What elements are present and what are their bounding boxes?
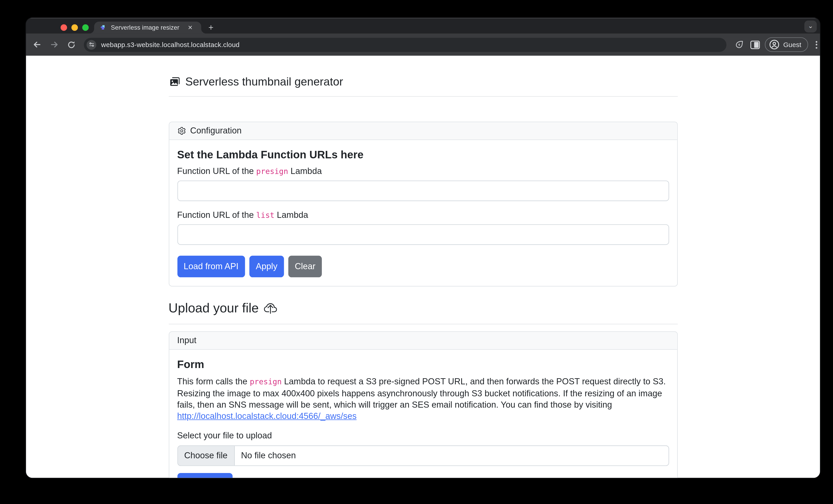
choose-file-button[interactable]: Choose file <box>178 446 235 465</box>
reload-button[interactable] <box>65 38 78 51</box>
side-panel-button[interactable] <box>748 38 761 51</box>
upload-divider <box>168 324 677 324</box>
file-select-label: Select your file to upload <box>177 431 669 440</box>
list-code: list <box>256 211 275 220</box>
clear-button[interactable]: Clear <box>288 256 322 277</box>
reload-icon <box>67 40 76 49</box>
upload-section-heading: Upload your file <box>168 301 677 316</box>
browser-toolbar: webapp.s3-website.localhost.localstack.c… <box>26 33 820 56</box>
new-tab-button[interactable]: + <box>206 22 216 33</box>
tune-icon <box>89 42 94 48</box>
list-url-label: Function URL of the list Lambda <box>177 210 669 220</box>
forward-arrow-icon <box>50 40 59 49</box>
upload-button[interactable]: Upload <box>177 473 233 478</box>
ses-link[interactable]: http://localhost.localstack.cloud:4566/_… <box>177 411 357 421</box>
lambda-urls-heading: Set the Lambda Function URLs here <box>177 149 669 161</box>
profile-label: Guest <box>783 41 801 48</box>
back-arrow-icon <box>32 40 42 49</box>
page-title: Serverless thumbnail generator <box>168 75 677 88</box>
cloud-upload-outline-icon <box>264 302 277 314</box>
file-status-text: No file chosen <box>235 446 303 465</box>
energy-saver-leaf-icon <box>734 40 744 49</box>
form-description: This form calls the presign Lambda to re… <box>177 376 669 422</box>
input-card: Input Form This form calls the presign L… <box>168 331 677 478</box>
url-text: webapp.s3-website.localhost.localstack.c… <box>101 41 240 48</box>
back-button[interactable] <box>30 38 43 51</box>
performance-button[interactable] <box>733 38 745 51</box>
macos-close-button[interactable] <box>61 24 67 30</box>
apply-button[interactable]: Apply <box>249 256 284 277</box>
browser-tab[interactable]: Serverless image resizer ✕ <box>94 22 201 34</box>
side-panel-icon <box>750 40 760 49</box>
presign-code-inline: presign <box>250 377 282 386</box>
forward-button[interactable] <box>48 38 61 51</box>
input-card-header: Input <box>169 332 677 350</box>
macos-zoom-button[interactable] <box>82 24 89 30</box>
images-icon <box>168 76 181 88</box>
localstack-favicon-icon <box>100 24 106 31</box>
presign-url-input[interactable] <box>177 180 669 201</box>
tab-strip: Serverless image resizer ✕ + ⌄ <box>26 18 820 33</box>
macos-minimize-button[interactable] <box>71 24 78 30</box>
guest-avatar-icon <box>769 40 779 50</box>
list-url-input[interactable] <box>177 224 669 245</box>
presign-code: presign <box>256 167 288 176</box>
configuration-card: Configuration Set the Lambda Function UR… <box>168 122 677 286</box>
address-bar[interactable]: webapp.s3-website.localhost.localstack.c… <box>84 37 727 52</box>
file-input[interactable]: Choose file No file chosen <box>177 446 669 466</box>
configuration-card-header: Configuration <box>169 122 677 140</box>
presign-url-label: Function URL of the presign Lambda <box>177 167 669 176</box>
tab-search-chevron-icon[interactable]: ⌄ <box>804 21 817 32</box>
browser-menu-button[interactable] <box>812 38 820 51</box>
browser-window: Serverless image resizer ✕ + ⌄ <box>26 18 820 478</box>
web-page: Serverless thumbnail generator Configura… <box>26 56 820 478</box>
gear-icon <box>177 126 186 135</box>
site-settings-badge[interactable] <box>87 40 96 50</box>
form-heading: Form <box>177 358 669 371</box>
title-divider <box>168 96 677 97</box>
load-from-api-button[interactable]: Load from API <box>177 256 245 277</box>
tab-close-icon[interactable]: ✕ <box>188 24 193 31</box>
profile-button[interactable]: Guest <box>765 37 808 52</box>
tab-title: Serverless image resizer <box>111 24 181 31</box>
